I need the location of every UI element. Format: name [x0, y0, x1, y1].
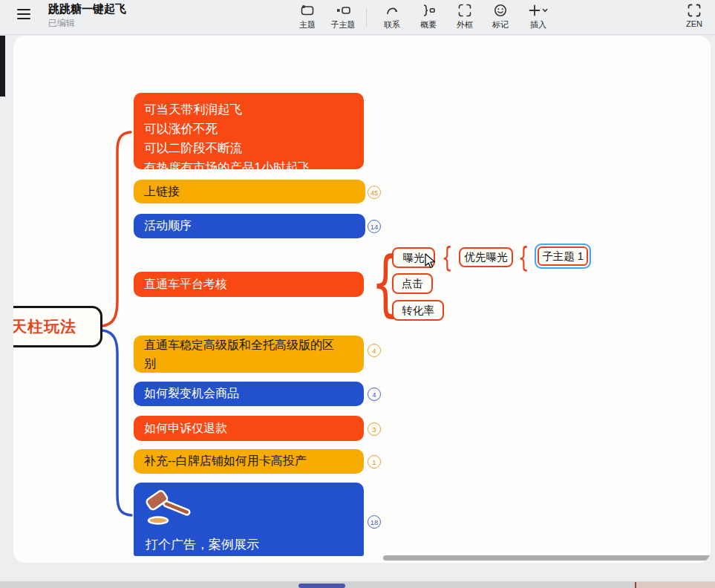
bottom-bar-marker — [635, 582, 636, 588]
topic-node-label: 打个广告，案例展示 — [146, 536, 259, 553]
bottom-bar-segment — [636, 582, 715, 588]
mindmap-canvas[interactable]: 天柱玩法 可当天带利润起飞 可以涨价不死 可以二阶段不断流 有热度有市场的产品1… — [13, 36, 711, 563]
topic-count-badge[interactable]: 18 — [368, 515, 381, 529]
boundary-icon — [447, 4, 483, 19]
left-edge-strip — [0, 36, 5, 97]
brace-connector: { — [518, 244, 529, 272]
toolbar-boundary-button[interactable]: 外框 — [447, 2, 483, 32]
toolbar-divider — [366, 7, 367, 27]
gavel-icon — [143, 489, 195, 526]
topic-node-appeal-refund[interactable]: 如何申诉仅退款 — [134, 416, 364, 441]
topic-node-fission[interactable]: 如何裂变机会商品 — [134, 382, 364, 406]
topic-node-version-difference[interactable]: 直通车稳定高级版和全托高级版的区别 — [134, 336, 364, 373]
root-topic-label: 天柱玩法 — [13, 316, 76, 337]
toolbar-summary-button[interactable]: 概要 — [411, 2, 446, 32]
subtopic-node-exposure[interactable]: 曝光 — [392, 247, 435, 268]
root-topic-node[interactable]: 天柱玩法 — [13, 306, 102, 347]
topic-count-badge[interactable]: 4 — [368, 344, 381, 357]
relationship-icon — [374, 4, 410, 19]
subtopic-node-clicks[interactable]: 点击 — [392, 273, 433, 294]
topic-node-platform-assessment[interactable]: 直通车平台考核 — [134, 272, 364, 297]
topic-count-badge[interactable]: 45 — [368, 186, 381, 199]
subtopic-node-conversion[interactable]: 转化率 — [392, 300, 444, 321]
toolbar-relationship-button[interactable]: 联系 — [374, 2, 410, 32]
branch-top-connector — [102, 132, 131, 326]
toolbar-topic-button[interactable]: 主题 — [290, 2, 325, 32]
marker-icon — [483, 4, 518, 19]
toolbar-marker-button[interactable]: 标记 — [483, 2, 518, 32]
bottom-bar-handle[interactable] — [298, 584, 345, 588]
topic-node-activity-order[interactable]: 活动顺序 — [134, 214, 365, 238]
topic-node-supplement[interactable]: 补充--白牌店铺如何用卡高投产 — [134, 449, 364, 474]
branch-bottom-connector — [102, 330, 131, 515]
document-title: 跳跳糖一键起飞 — [48, 2, 126, 16]
zen-icon — [676, 4, 712, 19]
toolbar-insert-button[interactable]: 插入 — [518, 2, 558, 32]
summary-icon — [411, 4, 446, 19]
document-status: 已编辑 — [48, 17, 75, 30]
selected-subtopic-node[interactable]: 子主题 1 — [535, 244, 591, 269]
topic-node-ad-case[interactable]: 打个广告，案例展示 — [134, 483, 364, 556]
menu-icon[interactable] — [17, 9, 30, 19]
horizontal-scrollbar[interactable] — [383, 555, 711, 561]
insert-icon — [518, 4, 558, 19]
topic-node-benefits[interactable]: 可当天带利润起飞 可以涨价不死 可以二阶段不断流 有热度有市场的产品1小时起飞 — [134, 93, 364, 169]
topic-icon — [290, 4, 325, 19]
topic-count-badge[interactable]: 1 — [368, 455, 381, 468]
toolbar-subtopic-button[interactable]: 子主题 — [325, 2, 361, 32]
brace-connector: { — [442, 244, 453, 272]
topic-count-badge[interactable]: 14 — [368, 220, 381, 233]
bottom-bar — [0, 581, 715, 588]
zen-mode-button[interactable]: ZEN — [676, 2, 712, 32]
subtopic-icon — [325, 4, 361, 19]
topic-node-link[interactable]: 上链接 — [134, 180, 365, 203]
topic-count-badge[interactable]: 4 — [368, 388, 381, 401]
app-header: 跳跳糖一键起飞 已编辑 主题 子主题 联系 概要 外框 标记 — [0, 0, 715, 35]
topic-count-badge[interactable]: 3 — [368, 422, 381, 436]
subtopic-node-label: 子主题 1 — [538, 246, 588, 266]
subtopic-node-priority-exposure[interactable]: 优先曝光 — [459, 247, 513, 267]
